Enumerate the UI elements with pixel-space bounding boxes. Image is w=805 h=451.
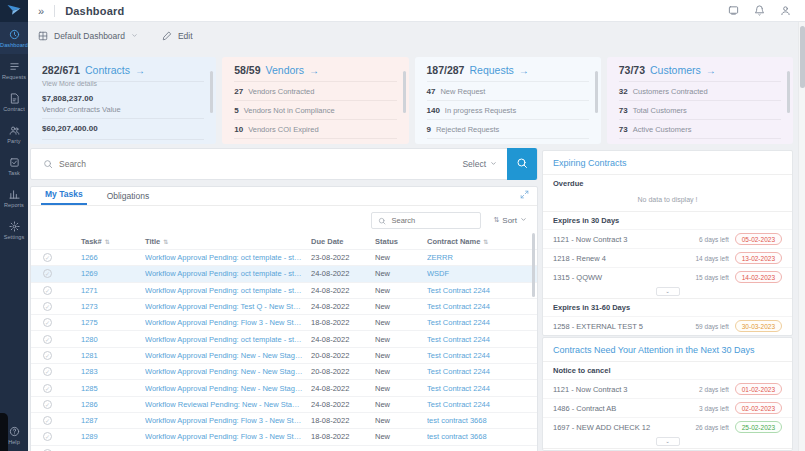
sidebar-item-task[interactable]: Task [0,150,28,182]
task-number-link[interactable]: 1266 [81,253,137,262]
expand-icon[interactable] [520,190,529,199]
task-number-link[interactable]: 1289 [81,432,137,441]
search-select-dropdown[interactable]: Select [462,159,497,169]
app-logo[interactable] [0,0,28,22]
complete-task-icon[interactable]: ✓ [43,318,52,327]
complete-task-icon[interactable]: ✓ [43,351,52,360]
contract-name-link[interactable]: test contract 3668 [427,416,525,425]
sort-control[interactable]: ⇅ Sort [493,216,527,225]
complete-task-icon[interactable]: ✓ [43,367,52,376]
contract-name-link[interactable]: Test Contract 2244 [427,400,525,409]
task-number-link[interactable]: 1271 [81,286,137,295]
card-scrollbar[interactable] [210,71,213,113]
contract-name-link[interactable]: WSDF [427,269,525,278]
section-header[interactable]: Expires in 30 Days [543,211,792,229]
complete-task-icon[interactable]: ✓ [43,302,52,311]
contract-name-link[interactable]: ZERRR [427,253,525,262]
sidebar-item-reports[interactable]: Reports [0,182,28,214]
table-row[interactable]: ✓ 1289 Workflow Approval Pending: Flow 3… [31,428,537,444]
task-title-link[interactable]: Workflow Approval Pending: Flow 3 - New … [145,318,303,327]
card-subtitle[interactable]: View More details [42,80,204,89]
contract-list-item[interactable]: 1697 - NEW ADD CHECK 12 26 days left 25-… [543,417,792,436]
task-title-link[interactable]: Workflow Approval Pending: oct template … [145,335,303,344]
section-header[interactable]: Notice to cancel [543,361,792,379]
complete-task-icon[interactable]: ✓ [43,400,52,409]
card-scrollbar[interactable] [403,71,406,113]
complete-task-icon[interactable]: ✓ [43,269,52,278]
show-more-button[interactable]: ⌄ [656,287,680,296]
contract-name-link[interactable]: Test Contract 2244 [427,384,525,393]
contract-name-link[interactable]: Test Contract 2244 [427,318,525,327]
complete-task-icon[interactable]: ✓ [43,335,52,344]
search-input[interactable] [59,159,462,169]
contract-label[interactable]: 1315 - QQWW [553,273,696,282]
complete-task-icon[interactable]: ✓ [43,432,52,441]
complete-task-icon[interactable]: ✓ [43,384,52,393]
task-number-link[interactable]: 1269 [81,269,137,278]
task-number-link[interactable]: 1287 [81,416,137,425]
card-scrollbar[interactable] [595,71,598,113]
task-number-link[interactable]: 1275 [81,318,137,327]
task-number-link[interactable]: 1281 [81,351,137,360]
sidebar-collapse-button[interactable]: » [38,5,44,17]
table-row[interactable]: ✓ 1281 Workflow Approval Pending: New - … [31,347,537,363]
table-row[interactable]: ✓ 1280 Workflow Approval Pending: oct te… [31,330,537,346]
table-row[interactable]: ✓ 1286 Workflow Reviewal Pending: New - … [31,396,537,412]
sidebar-item-dashboard[interactable]: Dashboard [0,22,28,54]
contract-list-item[interactable]: 1121 - Now Contract 3 2 days left 01-02-… [543,379,792,398]
user-icon[interactable] [780,5,791,16]
arrow-right-icon[interactable]: → [309,65,319,76]
dashboard-selector[interactable]: Default Dashboard [54,31,125,41]
task-title-link[interactable]: Workflow Approval Pending: New - New Sta… [145,367,303,376]
contract-label[interactable]: 1121 - Now Contract 3 [553,385,699,394]
contract-label[interactable]: 1258 - EXTERNAL TEST 5 [553,322,696,331]
table-row[interactable]: ✓ 1271 Workflow Approval Pending: oct te… [31,282,537,298]
contract-label[interactable]: 1218 - Renew 4 [553,254,696,263]
contract-name-link[interactable]: Test Contract 2244 [427,286,525,295]
task-title-link[interactable]: Workflow Approval Pending: New - New Sta… [145,384,303,393]
column-header-contract-name[interactable]: Contract Name⇅ [427,237,525,246]
contract-list-item[interactable]: 1315 - QQWW 15 days left 14-02-2023 [543,267,792,286]
sidebar-item-contract[interactable]: Contract [0,86,28,118]
table-row[interactable]: ✓ 1275 Workflow Approval Pending: Flow 3… [31,314,537,330]
table-row[interactable]: ✓ 1273 Workflow Approval Pending: Test Q… [31,298,537,314]
table-search-input[interactable] [391,216,471,225]
edit-dashboard-button[interactable]: Edit [178,31,193,41]
contract-label[interactable]: 1697 - NEW ADD CHECK 12 [553,423,696,432]
task-title-link[interactable]: Workflow Approval Pending: oct template … [145,286,303,295]
complete-task-icon[interactable]: ✓ [43,286,52,295]
card-title-link[interactable]: Customers [650,64,701,76]
contract-label[interactable]: 1486 - Contract AB [553,404,699,413]
task-number-link[interactable]: 1285 [81,384,137,393]
sidebar-item-party[interactable]: Party [0,118,28,150]
column-header-task-[interactable]: Task#⇅ [81,237,137,246]
search-button[interactable] [507,148,537,180]
task-number-link[interactable]: 1273 [81,302,137,311]
section-header[interactable]: Overdue [543,174,792,192]
task-title-link[interactable]: Workflow Approval Pending: Test Q - New … [145,302,303,311]
table-row[interactable]: ✓ 1283 Workflow Approval Pending: New - … [31,363,537,379]
table-row[interactable]: ✓ 1269 Workflow Approval Pending: oct te… [31,265,537,281]
task-title-link[interactable]: Workflow Approval Pending: New - New Sta… [145,351,303,360]
card-title-link[interactable]: Requests [469,64,513,76]
task-title-link[interactable]: Workflow Approval Pending: Flow 3 - New … [145,432,303,441]
contract-name-link[interactable]: Test Contract 2244 [427,351,525,360]
contract-name-link[interactable]: test contract 3668 [427,432,525,441]
card-scrollbar[interactable] [787,71,790,113]
apps-grid-icon[interactable] [728,5,739,16]
task-number-link[interactable]: 1280 [81,335,137,344]
table-scrollbar[interactable] [532,233,535,297]
contract-list-item[interactable]: 1486 - Contract AB 3 days left 02-02-202… [543,398,792,417]
table-row[interactable]: ✓ 1285 Workflow Approval Pending: New - … [31,379,537,395]
section-header[interactable]: Expires in 31-60 Days [543,298,792,316]
page-scrollbar-thumb[interactable] [800,26,805,88]
sidebar-item-requests[interactable]: Requests [0,54,28,86]
contract-list-item[interactable]: 1121 - Now Contract 3 6 days left 05-02-… [543,229,792,248]
card-title-link[interactable]: Contracts [85,64,130,76]
bell-icon[interactable] [754,5,765,16]
contract-name-link[interactable]: Test Contract 2244 [427,335,525,344]
tab-obligations[interactable]: Obligations [103,191,154,205]
table-row[interactable]: ✓ 1290 Workflow Approval Pending: Flow 3… [31,445,537,451]
arrow-right-icon[interactable]: → [706,65,716,76]
contract-name-link[interactable]: Test Contract 2244 [427,302,525,311]
